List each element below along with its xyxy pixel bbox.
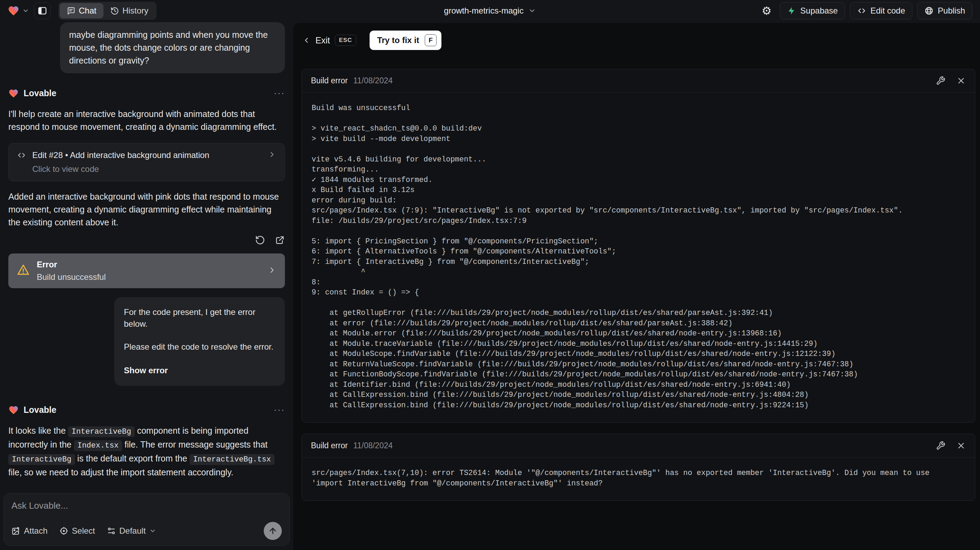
wrench-icon[interactable]: [936, 441, 945, 450]
build-error-panel-1: Build error 11/08/2024 Build was unsucce…: [302, 69, 975, 422]
topbar: Chat History growth-metrics-magic ⚙: [0, 0, 980, 22]
edit-code-label: Edit code: [870, 6, 905, 16]
build-error-date: 11/08/2024: [353, 441, 393, 450]
supabase-bolt-icon: [787, 6, 796, 15]
warning-triangle-icon: [17, 263, 30, 278]
gear-icon: ⚙: [759, 3, 775, 19]
chevron-down-icon: [149, 528, 156, 534]
assistant-intro: I'll help create an interactive backgrou…: [8, 108, 285, 133]
chat-history-tabs: Chat History: [58, 2, 156, 20]
image-attach-icon: [11, 526, 21, 536]
preview-panel: Exit ESC Try to fix it F Build error 11/…: [293, 23, 980, 550]
assistant-name: Lovable: [24, 88, 56, 98]
code-brackets-icon: [857, 6, 866, 15]
build-error-date: 11/08/2024: [353, 76, 393, 85]
attach-label: Attach: [24, 526, 48, 536]
history-icon: [110, 6, 119, 15]
message-actions: [8, 235, 285, 245]
user-message-line: Please edit the code to resolve the erro…: [124, 341, 275, 353]
chevron-down-icon: [22, 7, 29, 14]
assistant-fix-paragraph: It looks like the InteractiveBg componen…: [8, 424, 285, 479]
user-message: maybe diagramming points and when you mo…: [60, 22, 285, 73]
project-switcher[interactable]: growth-metrics-magic: [444, 0, 536, 22]
chevron-down-icon: [528, 7, 536, 14]
publish-button[interactable]: Publish: [917, 2, 972, 19]
chat-bubble-icon: [67, 6, 75, 15]
show-error-link[interactable]: Show error: [124, 364, 275, 377]
tab-history-label: History: [123, 6, 148, 16]
panel-left-icon: [38, 6, 47, 16]
user-message: For the code present, I get the error be…: [114, 297, 285, 386]
edit-code-button[interactable]: Edit code: [850, 2, 912, 19]
edit-card-title: Edit #28 • Add interactive background an…: [32, 150, 209, 160]
chevron-right-icon: [268, 150, 276, 160]
tab-chat-label: Chat: [79, 6, 97, 16]
select-label: Select: [72, 526, 95, 536]
supabase-label: Supabase: [800, 6, 838, 16]
assistant-summary: Added an interactive background with pin…: [8, 190, 285, 229]
assistant-header: Lovable ···: [8, 88, 285, 99]
message-menu-button[interactable]: ···: [274, 405, 285, 415]
target-icon: [59, 526, 68, 536]
try-to-fix-label: Try to fix it: [377, 35, 419, 45]
build-error-panel-header: Build error 11/08/2024: [302, 434, 975, 458]
chat-messages[interactable]: maybe diagramming points and when you mo…: [0, 22, 293, 490]
esc-key-badge: ESC: [335, 35, 356, 46]
exit-button[interactable]: Exit ESC: [302, 35, 356, 46]
supabase-button[interactable]: Supabase: [780, 2, 845, 19]
send-button[interactable]: [264, 522, 282, 540]
build-error-title: Build error: [311, 76, 348, 85]
edit-card-subtitle: Click to view code: [32, 164, 276, 174]
tab-chat[interactable]: Chat: [60, 3, 103, 18]
restore-icon[interactable]: [255, 235, 265, 245]
model-label: Default: [119, 526, 146, 536]
message-menu-button[interactable]: ···: [274, 88, 285, 99]
try-to-fix-button[interactable]: Try to fix it F: [369, 30, 441, 50]
sidebar-toggle-button[interactable]: [34, 2, 51, 19]
build-error-log[interactable]: Build was unsuccessful > vite_react_shad…: [312, 103, 965, 410]
select-element-button[interactable]: Select: [59, 526, 95, 536]
code-brackets-icon: [17, 151, 26, 160]
chevron-right-icon: [267, 266, 277, 276]
project-name: growth-metrics-magic: [444, 6, 523, 16]
build-error-card[interactable]: Error Build unsuccessful: [8, 253, 285, 288]
f-key-badge: F: [425, 34, 437, 46]
globe-icon: [924, 6, 934, 15]
lovable-app: Chat History growth-metrics-magic ⚙: [0, 0, 980, 550]
chat-input[interactable]: [11, 501, 282, 518]
edit-card-28[interactable]: Edit #28 • Add interactive background an…: [8, 143, 285, 181]
wrench-icon[interactable]: [936, 76, 945, 85]
assistant-header: Lovable ···: [8, 405, 285, 415]
close-icon[interactable]: [956, 76, 966, 85]
lovable-heart-icon: [8, 405, 19, 415]
lovable-heart-icon: [8, 88, 19, 99]
error-card-subtitle: Build unsuccessful: [37, 272, 106, 282]
error-card-title: Error: [37, 260, 106, 269]
publish-label: Publish: [938, 6, 965, 16]
exit-label: Exit: [315, 35, 330, 46]
build-error-panel-header: Build error 11/08/2024: [302, 69, 975, 93]
attach-button[interactable]: Attach: [11, 526, 48, 536]
tab-history[interactable]: History: [103, 3, 156, 18]
composer: Attach Select Default: [3, 493, 290, 546]
open-external-icon[interactable]: [275, 235, 285, 245]
settings-button[interactable]: ⚙: [758, 2, 775, 19]
arrow-up-icon: [268, 526, 277, 536]
lovable-heart-icon: [8, 5, 19, 17]
preview-header: Exit ESC Try to fix it F: [293, 23, 980, 50]
lovable-logo-menu[interactable]: [8, 5, 29, 17]
build-error-log[interactable]: src/pages/Index.tsx(7,10): error TS2614:…: [312, 468, 965, 489]
chat-panel: maybe diagramming points and when you mo…: [0, 22, 293, 550]
user-message-line: For the code present, I get the error be…: [124, 306, 275, 330]
assistant-name: Lovable: [24, 405, 56, 415]
build-error-title: Build error: [311, 441, 348, 450]
sliders-icon: [107, 526, 116, 536]
build-error-panel-2: Build error 11/08/2024 src/pages/Index.t…: [302, 434, 975, 501]
close-icon[interactable]: [956, 441, 966, 450]
model-selector[interactable]: Default: [107, 526, 156, 536]
chevron-left-icon: [302, 36, 310, 45]
